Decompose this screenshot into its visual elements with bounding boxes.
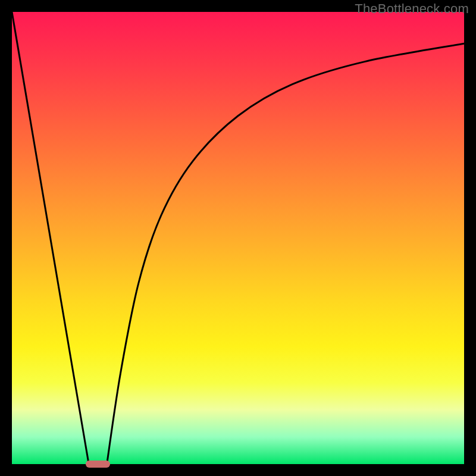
curve-left-limb <box>12 12 89 464</box>
curve-right-limb <box>107 43 464 464</box>
chart-curve <box>12 12 464 464</box>
chart-frame: TheBottleneck.com <box>0 0 476 476</box>
watermark-text: TheBottleneck.com <box>355 1 469 17</box>
bottleneck-marker <box>86 461 111 468</box>
chart-plot-area <box>12 12 464 464</box>
